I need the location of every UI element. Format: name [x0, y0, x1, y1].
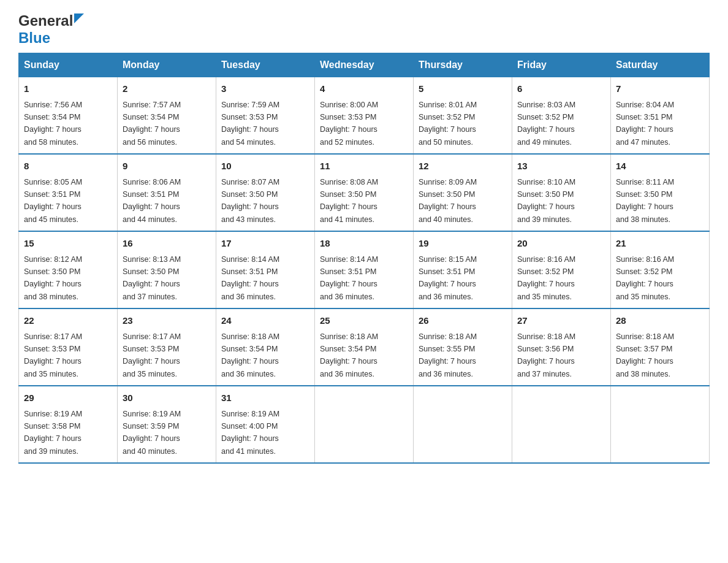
- day-info: Sunrise: 8:18 AMSunset: 3:56 PMDaylight:…: [517, 332, 575, 378]
- day-number: 14: [616, 159, 704, 174]
- day-info: Sunrise: 8:07 AMSunset: 3:50 PMDaylight:…: [221, 178, 279, 224]
- calendar-cell: [512, 386, 611, 463]
- day-info: Sunrise: 8:18 AMSunset: 3:54 PMDaylight:…: [320, 332, 378, 378]
- calendar-cell: 21Sunrise: 8:16 AMSunset: 3:52 PMDayligh…: [611, 231, 710, 308]
- calendar-cell: [611, 386, 710, 463]
- calendar-cell: 14Sunrise: 8:11 AMSunset: 3:50 PMDayligh…: [611, 154, 710, 231]
- svg-marker-0: [74, 13, 84, 23]
- day-info: Sunrise: 8:05 AMSunset: 3:51 PMDaylight:…: [24, 178, 82, 224]
- day-number: 7: [616, 82, 704, 96]
- day-number: 21: [616, 237, 704, 251]
- calendar-cell: 27Sunrise: 8:18 AMSunset: 3:56 PMDayligh…: [512, 308, 611, 386]
- day-number: 11: [320, 159, 408, 174]
- calendar-header-friday: Friday: [512, 53, 611, 77]
- calendar-header-saturday: Saturday: [611, 53, 710, 77]
- day-number: 30: [123, 391, 211, 405]
- calendar-cell: 15Sunrise: 8:12 AMSunset: 3:50 PMDayligh…: [19, 231, 118, 308]
- calendar-cell: 10Sunrise: 8:07 AMSunset: 3:50 PMDayligh…: [216, 154, 315, 231]
- calendar-cell: [414, 386, 512, 463]
- day-number: 25: [320, 314, 408, 328]
- logo-blue-text: Blue: [18, 29, 50, 46]
- day-number: 17: [221, 237, 309, 251]
- calendar-header-thursday: Thursday: [414, 53, 512, 77]
- day-number: 24: [221, 314, 309, 328]
- calendar-cell: 12Sunrise: 8:09 AMSunset: 3:50 PMDayligh…: [414, 154, 512, 231]
- day-info: Sunrise: 8:10 AMSunset: 3:50 PMDaylight:…: [517, 178, 575, 224]
- calendar-cell: 20Sunrise: 8:16 AMSunset: 3:52 PMDayligh…: [512, 231, 611, 308]
- day-number: 10: [221, 159, 309, 174]
- calendar-cell: 28Sunrise: 8:18 AMSunset: 3:57 PMDayligh…: [611, 308, 710, 386]
- day-number: 4: [320, 82, 408, 96]
- day-number: 23: [123, 314, 211, 328]
- page-header: General Blue: [18, 12, 710, 47]
- day-number: 3: [221, 82, 309, 96]
- day-info: Sunrise: 8:16 AMSunset: 3:52 PMDaylight:…: [517, 255, 575, 301]
- day-number: 20: [517, 237, 605, 251]
- calendar-week-row: 8Sunrise: 8:05 AMSunset: 3:51 PMDaylight…: [19, 154, 710, 231]
- calendar-cell: 24Sunrise: 8:18 AMSunset: 3:54 PMDayligh…: [216, 308, 315, 386]
- calendar-cell: 13Sunrise: 8:10 AMSunset: 3:50 PMDayligh…: [512, 154, 611, 231]
- day-info: Sunrise: 8:08 AMSunset: 3:50 PMDaylight:…: [320, 178, 378, 224]
- day-info: Sunrise: 8:11 AMSunset: 3:50 PMDaylight:…: [616, 178, 674, 224]
- day-info: Sunrise: 8:06 AMSunset: 3:51 PMDaylight:…: [123, 178, 181, 224]
- day-info: Sunrise: 8:00 AMSunset: 3:53 PMDaylight:…: [320, 101, 378, 147]
- calendar-cell: 19Sunrise: 8:15 AMSunset: 3:51 PMDayligh…: [414, 231, 512, 308]
- calendar-week-row: 15Sunrise: 8:12 AMSunset: 3:50 PMDayligh…: [19, 231, 710, 308]
- day-info: Sunrise: 8:18 AMSunset: 3:54 PMDaylight:…: [221, 332, 279, 378]
- day-number: 27: [517, 314, 605, 328]
- day-info: Sunrise: 8:01 AMSunset: 3:52 PMDaylight:…: [419, 101, 477, 147]
- calendar-cell: 9Sunrise: 8:06 AMSunset: 3:51 PMDaylight…: [118, 154, 216, 231]
- calendar-header-sunday: Sunday: [19, 53, 118, 77]
- day-number: 28: [616, 314, 704, 328]
- day-info: Sunrise: 8:19 AMSunset: 4:00 PMDaylight:…: [221, 410, 279, 456]
- day-number: 13: [517, 159, 605, 174]
- calendar-cell: 29Sunrise: 8:19 AMSunset: 3:58 PMDayligh…: [19, 386, 118, 463]
- day-number: 9: [123, 159, 211, 174]
- day-info: Sunrise: 8:12 AMSunset: 3:50 PMDaylight:…: [24, 255, 82, 301]
- calendar-cell: 18Sunrise: 8:14 AMSunset: 3:51 PMDayligh…: [315, 231, 414, 308]
- day-number: 16: [123, 237, 211, 251]
- calendar-cell: 4Sunrise: 8:00 AMSunset: 3:53 PMDaylight…: [315, 77, 414, 155]
- day-info: Sunrise: 8:18 AMSunset: 3:57 PMDaylight:…: [616, 332, 674, 378]
- day-info: Sunrise: 8:15 AMSunset: 3:51 PMDaylight:…: [419, 255, 477, 301]
- day-info: Sunrise: 7:57 AMSunset: 3:54 PMDaylight:…: [123, 101, 181, 147]
- day-number: 18: [320, 237, 408, 251]
- calendar-header-wednesday: Wednesday: [315, 53, 414, 77]
- calendar-cell: 31Sunrise: 8:19 AMSunset: 4:00 PMDayligh…: [216, 386, 315, 463]
- calendar-cell: 2Sunrise: 7:57 AMSunset: 3:54 PMDaylight…: [118, 77, 216, 155]
- day-info: Sunrise: 8:18 AMSunset: 3:55 PMDaylight:…: [419, 332, 477, 378]
- day-number: 12: [419, 159, 507, 174]
- day-info: Sunrise: 8:17 AMSunset: 3:53 PMDaylight:…: [123, 332, 181, 378]
- calendar-cell: 1Sunrise: 7:56 AMSunset: 3:54 PMDaylight…: [19, 77, 118, 155]
- calendar-table: SundayMondayTuesdayWednesdayThursdayFrid…: [18, 53, 710, 464]
- calendar-cell: 8Sunrise: 8:05 AMSunset: 3:51 PMDaylight…: [19, 154, 118, 231]
- day-info: Sunrise: 8:14 AMSunset: 3:51 PMDaylight:…: [221, 255, 279, 301]
- calendar-header-monday: Monday: [118, 53, 216, 77]
- day-number: 6: [517, 82, 605, 96]
- calendar-cell: [315, 386, 414, 463]
- day-info: Sunrise: 8:16 AMSunset: 3:52 PMDaylight:…: [616, 255, 674, 301]
- calendar-cell: 30Sunrise: 8:19 AMSunset: 3:59 PMDayligh…: [118, 386, 216, 463]
- calendar-header-row: SundayMondayTuesdayWednesdayThursdayFrid…: [19, 53, 710, 77]
- calendar-cell: 3Sunrise: 7:59 AMSunset: 3:53 PMDaylight…: [216, 77, 315, 155]
- day-info: Sunrise: 8:19 AMSunset: 3:58 PMDaylight:…: [24, 410, 82, 456]
- day-info: Sunrise: 8:09 AMSunset: 3:50 PMDaylight:…: [419, 178, 477, 224]
- day-info: Sunrise: 8:17 AMSunset: 3:53 PMDaylight:…: [24, 332, 82, 378]
- calendar-cell: 5Sunrise: 8:01 AMSunset: 3:52 PMDaylight…: [414, 77, 512, 155]
- day-number: 8: [24, 159, 112, 174]
- day-number: 22: [24, 314, 112, 328]
- day-number: 26: [419, 314, 507, 328]
- day-number: 2: [123, 82, 211, 96]
- calendar-cell: 7Sunrise: 8:04 AMSunset: 3:51 PMDaylight…: [611, 77, 710, 155]
- day-number: 31: [221, 391, 309, 405]
- day-number: 15: [24, 237, 112, 251]
- day-info: Sunrise: 8:03 AMSunset: 3:52 PMDaylight:…: [517, 101, 575, 147]
- day-number: 29: [24, 391, 112, 405]
- day-info: Sunrise: 8:19 AMSunset: 3:59 PMDaylight:…: [123, 410, 181, 456]
- calendar-cell: 26Sunrise: 8:18 AMSunset: 3:55 PMDayligh…: [414, 308, 512, 386]
- calendar-cell: 16Sunrise: 8:13 AMSunset: 3:50 PMDayligh…: [118, 231, 216, 308]
- day-info: Sunrise: 8:14 AMSunset: 3:51 PMDaylight:…: [320, 255, 378, 301]
- calendar-cell: 23Sunrise: 8:17 AMSunset: 3:53 PMDayligh…: [118, 308, 216, 386]
- logo-arrow-icon: [74, 13, 84, 26]
- calendar-cell: 17Sunrise: 8:14 AMSunset: 3:51 PMDayligh…: [216, 231, 315, 308]
